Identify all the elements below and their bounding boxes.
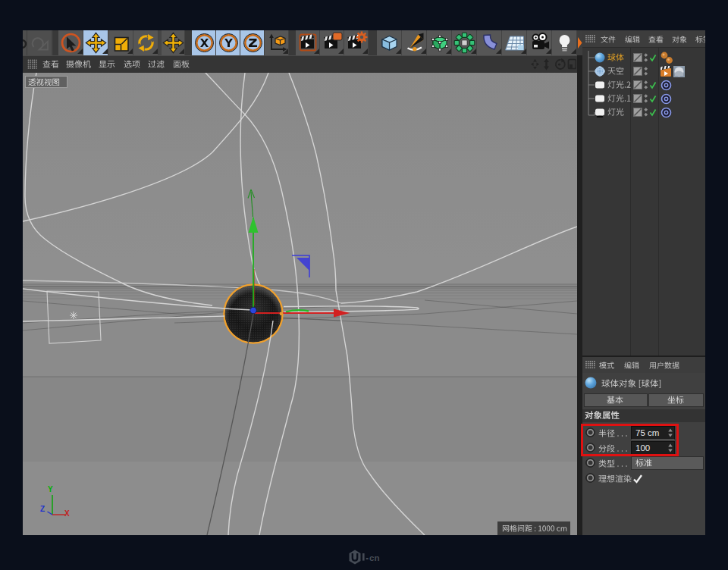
- svg-text:cn: cn: [369, 553, 379, 562]
